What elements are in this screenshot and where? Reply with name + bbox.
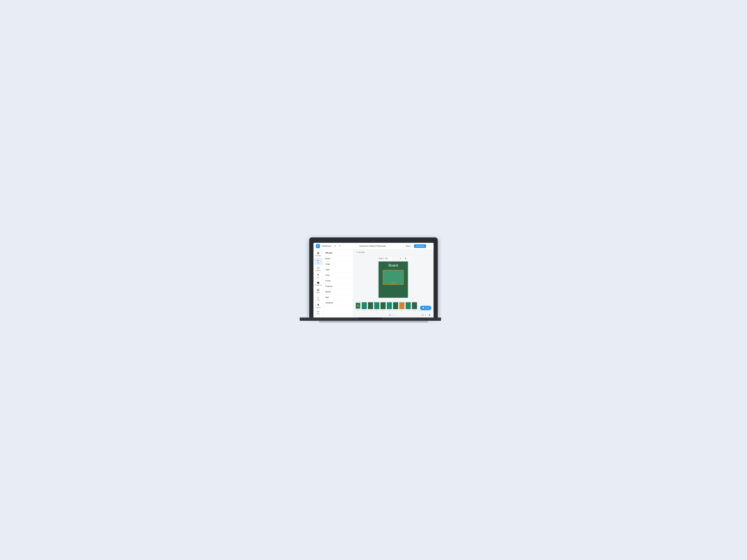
sidebar-item-logo[interactable]: ⌂ Logo bbox=[314, 295, 323, 302]
fill-item-bag[interactable]: Bag bbox=[323, 295, 353, 300]
download-button[interactable]: Download bbox=[414, 244, 426, 248]
logo-label: Logo bbox=[316, 299, 319, 301]
add-page-button[interactable]: + bbox=[394, 257, 397, 260]
canvas-card: Board bbox=[379, 262, 408, 298]
fill-item-marker[interactable]: Marker bbox=[323, 289, 353, 295]
text-icon: T bbox=[317, 274, 319, 276]
background-icon: ▣ bbox=[317, 281, 319, 284]
canvas-viewport: Board bbox=[353, 262, 434, 298]
fill-panel: Fill text Board Chalk Table Chair Eraser… bbox=[323, 249, 353, 318]
thumb-item-2[interactable]: 2 bbox=[362, 302, 367, 311]
laptop: T Dashboard ↺ ↻ Classroom Objects Flashc… bbox=[309, 237, 438, 323]
card-title: Board bbox=[388, 263, 398, 267]
page-label: Page 1 - Ad bbox=[379, 258, 387, 259]
topbar-right: Share Download ··· bbox=[404, 244, 431, 248]
thumb-item-1[interactable]: 1 bbox=[355, 302, 361, 311]
chat-button[interactable]: 💬 Chat bbox=[420, 306, 431, 310]
animate-label: Animate bbox=[359, 251, 364, 253]
copy-page-button[interactable]: ⧉ bbox=[399, 257, 403, 260]
app-logo: T bbox=[316, 244, 320, 248]
tables-label: Tables bbox=[316, 292, 320, 293]
fill-item-projector[interactable]: Projector bbox=[323, 284, 353, 289]
fill-item-chalk[interactable]: Chalk bbox=[323, 262, 353, 267]
uploads-icon: ⬆ bbox=[317, 303, 319, 306]
fill-item-table[interactable]: Table bbox=[323, 267, 353, 272]
fill-label: Fill bbox=[317, 262, 319, 264]
fill-panel-list: Board Chalk Table Chair Eraser Projector… bbox=[323, 256, 353, 318]
screen: T Dashboard ↺ ↻ Classroom Objects Flashc… bbox=[313, 243, 434, 318]
thumb-item-6[interactable]: 6 bbox=[387, 302, 392, 311]
page-controls: Page 1 - Ad ⌄ + ⧉ 🗑 bbox=[353, 255, 434, 262]
progress-dot-3 bbox=[395, 315, 397, 315]
thumb-item-8[interactable]: 8 bbox=[399, 302, 405, 311]
fill-item-notebook[interactable]: Notebook bbox=[323, 300, 353, 306]
main-area: ⊞ Templates ✏ Fill ⬡ Graphics T bbox=[313, 249, 434, 318]
thumb-img-6 bbox=[387, 302, 392, 309]
sidebar: ⊞ Templates ✏ Fill ⬡ Graphics T bbox=[313, 249, 323, 318]
progress-dot-2 bbox=[392, 315, 394, 315]
graphics-label: Graphics bbox=[315, 270, 321, 271]
canvas-down-chevron: ⌄ bbox=[353, 298, 434, 300]
thumb-img-2 bbox=[362, 302, 367, 309]
zoom-up-button[interactable]: ∧ bbox=[424, 313, 427, 317]
app-container: T Dashboard ↺ ↻ Classroom Objects Flashc… bbox=[313, 243, 434, 318]
fill-item-board[interactable]: Board bbox=[323, 256, 353, 262]
chat-label: Chat bbox=[426, 307, 429, 309]
zoom-grid-button[interactable]: ⊞ bbox=[428, 313, 431, 317]
redo-button[interactable]: ↻ bbox=[338, 244, 342, 248]
laptop-base bbox=[300, 318, 441, 321]
fill-icon: ✏ bbox=[317, 259, 319, 262]
sidebar-item-tables[interactable]: ⊟ Tables bbox=[314, 288, 323, 294]
undo-button[interactable]: ↺ bbox=[333, 244, 337, 248]
animate-button[interactable]: ✦ Animate bbox=[355, 250, 366, 254]
sidebar-item-uploads[interactable]: ⬆ Uploads bbox=[314, 302, 323, 309]
more-icon: ••• bbox=[317, 311, 319, 313]
canvas-area: ✦ Animate Page 1 - Ad ⌄ + ⧉ 🗑 bbox=[353, 249, 434, 318]
templates-icon: ⊞ bbox=[317, 252, 319, 255]
thumb-img-9 bbox=[406, 302, 411, 309]
thumb-img-10 bbox=[412, 302, 417, 309]
sidebar-item-fill[interactable]: ✏ Fill bbox=[314, 258, 323, 265]
thumb-item-7[interactable]: 7 bbox=[393, 302, 398, 311]
document-title: Classroom Objects Flashcards bbox=[359, 245, 386, 247]
fit-label: Fit bbox=[421, 314, 423, 316]
canvas-toolbar: ✦ Animate bbox=[353, 249, 434, 255]
thumb-item-4[interactable]: 4 bbox=[374, 302, 380, 311]
text-label: Text bbox=[317, 277, 319, 278]
more-options-button[interactable]: ··· bbox=[427, 244, 431, 248]
delete-page-button[interactable]: 🗑 bbox=[404, 257, 408, 260]
more-label: More bbox=[316, 313, 320, 315]
thumb-item-10[interactable]: 10 bbox=[412, 302, 417, 311]
logo-icon: ⌂ bbox=[317, 296, 319, 299]
sidebar-item-background[interactable]: ▣ Background bbox=[314, 280, 323, 287]
chat-icon: 💬 bbox=[422, 307, 424, 309]
thumb-img-4 bbox=[374, 302, 380, 309]
thumb-img-3 bbox=[368, 302, 373, 309]
thumb-img-5 bbox=[380, 302, 386, 309]
laptop-stand bbox=[319, 321, 428, 323]
zoom-controls: Fit ∧ ⊞ bbox=[421, 313, 431, 317]
share-button[interactable]: Share bbox=[404, 244, 413, 248]
bottom-bar: Fit ∧ ⊞ bbox=[353, 313, 434, 318]
sidebar-item-graphics[interactable]: ⬡ Graphics bbox=[314, 266, 323, 272]
fill-item-eraser[interactable]: Eraser bbox=[323, 278, 353, 284]
page-chevron-button[interactable]: ⌄ bbox=[389, 257, 392, 260]
graphics-icon: ⬡ bbox=[317, 267, 319, 269]
dashboard-label: Dashboard bbox=[322, 245, 331, 247]
card-board-frame bbox=[383, 270, 404, 285]
sidebar-item-more[interactable]: ••• More bbox=[314, 310, 323, 316]
thumb-img-7 bbox=[393, 302, 398, 309]
sparkle-icon: ✦ bbox=[357, 251, 358, 253]
thumb-item-9[interactable]: 9 bbox=[406, 302, 411, 311]
progress-dots bbox=[389, 315, 397, 315]
fill-item-chair[interactable]: Chair bbox=[323, 272, 353, 278]
sidebar-item-text[interactable]: T Text bbox=[314, 273, 323, 279]
uploads-label: Uploads bbox=[316, 307, 320, 309]
thumb-item-3[interactable]: 3 bbox=[368, 302, 373, 311]
tables-icon: ⊟ bbox=[317, 289, 319, 291]
thumbnail-strip: 1 2 3 bbox=[355, 302, 431, 311]
topbar: T Dashboard ↺ ↻ Classroom Objects Flashc… bbox=[313, 243, 434, 249]
camera bbox=[373, 240, 374, 242]
thumb-item-5[interactable]: 5 bbox=[380, 302, 386, 311]
sidebar-item-templates[interactable]: ⊞ Templates bbox=[314, 250, 323, 258]
